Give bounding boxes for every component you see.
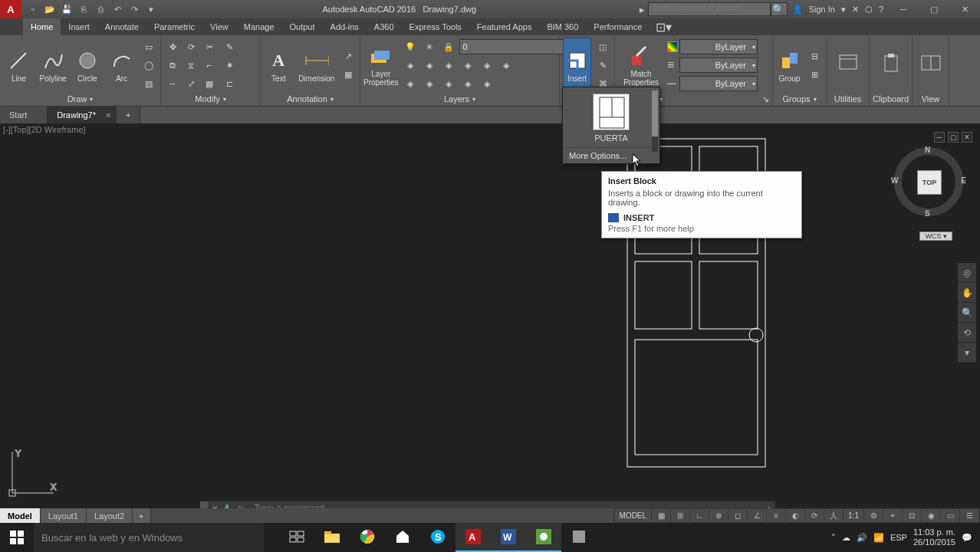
- start-button[interactable]: [0, 523, 34, 552]
- signin-area[interactable]: 👤 Sign In ▾ ✕ ⬡ ?: [788, 5, 888, 15]
- group-edit-icon[interactable]: ⊞: [806, 66, 823, 83]
- tab-insert[interactable]: Insert: [61, 18, 97, 35]
- word-icon[interactable]: W: [491, 523, 526, 552]
- taskbar-search[interactable]: Buscar en la web y en Windows: [34, 523, 264, 552]
- layer-tool-6-icon[interactable]: ◈: [498, 57, 515, 74]
- insert-block-button[interactable]: Insert: [563, 38, 591, 93]
- layer-tool-9-icon[interactable]: ◈: [440, 75, 457, 92]
- tab-bim360[interactable]: BIM 360: [539, 18, 586, 35]
- tray-volume-icon[interactable]: 🔊: [857, 533, 867, 543]
- a360-icon[interactable]: ⬡: [865, 5, 873, 15]
- edit-block-icon[interactable]: ✎: [594, 57, 611, 74]
- viewcube-w[interactable]: W: [891, 176, 898, 185]
- status-scale[interactable]: 1:1: [844, 509, 863, 522]
- lineweight-dropdown[interactable]: ByLayer: [679, 58, 758, 73]
- fillet-icon[interactable]: ⌐: [201, 57, 218, 74]
- layer-properties-button[interactable]: Layer Properties: [363, 38, 399, 93]
- qat-save-icon[interactable]: 💾: [60, 2, 74, 16]
- layer-tool-2-icon[interactable]: ◈: [421, 57, 438, 74]
- infocenter-search[interactable]: [648, 2, 771, 16]
- chevron-down-icon[interactable]: ▾: [331, 96, 334, 103]
- qat-redo-icon[interactable]: ↷: [127, 2, 141, 16]
- tab-express-tools[interactable]: Express Tools: [402, 18, 469, 35]
- status-cycle-icon[interactable]: ⟳: [805, 509, 824, 522]
- nav-orbit-icon[interactable]: ⟲: [958, 323, 976, 343]
- minimize-button[interactable]: ─: [888, 0, 919, 18]
- palette-close-icon[interactable]: ✕: [962, 132, 972, 143]
- qat-dropdown-icon[interactable]: ▾: [144, 2, 158, 16]
- viewcube-top-face[interactable]: TOP: [917, 170, 942, 195]
- status-clean-icon[interactable]: ▭: [941, 509, 959, 522]
- viewcube-s[interactable]: S: [925, 209, 930, 218]
- drawing-viewport[interactable]: [-][Top][2D Wireframe] Y X: [0, 123, 980, 508]
- skype-icon[interactable]: S: [420, 523, 455, 552]
- layer-tool-8-icon[interactable]: ◈: [421, 75, 438, 92]
- chevron-down-icon[interactable]: ▾: [223, 96, 226, 103]
- color-dropdown[interactable]: ByLayer: [679, 39, 758, 54]
- status-grid-icon[interactable]: ▦: [652, 509, 670, 522]
- ellipse-icon[interactable]: ◯: [140, 57, 157, 74]
- copy-icon[interactable]: ⧉: [164, 57, 181, 74]
- close-tab-icon[interactable]: ✕: [105, 111, 111, 120]
- move-icon[interactable]: ✥: [164, 38, 181, 55]
- array-icon[interactable]: ▦: [201, 75, 218, 92]
- status-otrack-icon[interactable]: ∠: [748, 509, 766, 522]
- doc-tab-new[interactable]: +: [117, 107, 140, 123]
- task-view-icon[interactable]: [279, 523, 314, 552]
- exchange-icon[interactable]: ✕: [852, 5, 859, 15]
- rect-icon[interactable]: ▭: [140, 38, 157, 55]
- status-custom-icon[interactable]: ☰: [960, 509, 978, 522]
- polyline-button[interactable]: Polyline: [38, 38, 69, 93]
- app-menu-button[interactable]: A: [0, 0, 21, 18]
- bulb-icon[interactable]: 💡: [402, 38, 419, 55]
- rotate-icon[interactable]: ⟳: [183, 38, 199, 55]
- layer-tool-3-icon[interactable]: ◈: [440, 57, 457, 74]
- layer-tool-5-icon[interactable]: ◈: [478, 57, 495, 74]
- match-properties-button[interactable]: Match Properties: [618, 38, 664, 93]
- tab-annotate[interactable]: Annotate: [97, 18, 146, 35]
- autocad-taskbar-icon[interactable]: A: [455, 523, 491, 552]
- table-icon[interactable]: ▦: [340, 66, 357, 83]
- hatch-icon[interactable]: ▨: [140, 75, 157, 92]
- chevron-down-icon[interactable]: ▾: [472, 96, 475, 103]
- dialog-launcher-icon[interactable]: ↘: [762, 94, 769, 104]
- layer-tool-11-icon[interactable]: ◈: [478, 75, 495, 92]
- tab-extra-icon[interactable]: ⊡▾: [649, 18, 678, 35]
- layer-tool-10-icon[interactable]: ◈: [459, 75, 476, 92]
- ungroup-icon[interactable]: ⊟: [806, 48, 823, 64]
- leader-icon[interactable]: ↗: [340, 48, 357, 64]
- layer-tool-4-icon[interactable]: ◈: [459, 57, 476, 74]
- tray-notifications-icon[interactable]: 💬: [962, 533, 972, 543]
- chrome-icon[interactable]: [350, 523, 385, 552]
- qat-new-icon[interactable]: ▫: [26, 2, 40, 16]
- panel-view[interactable]: View: [913, 35, 949, 106]
- qat-plot-icon[interactable]: ⎙: [94, 2, 107, 16]
- qat-undo-icon[interactable]: ↶: [110, 2, 124, 16]
- tray-onedrive-icon[interactable]: ☁: [842, 533, 850, 543]
- status-plus-icon[interactable]: +: [883, 509, 902, 522]
- linetype-dropdown[interactable]: ByLayer: [679, 76, 758, 91]
- store-icon[interactable]: [385, 523, 420, 552]
- wcs-dropdown[interactable]: WCS ▾: [919, 232, 952, 241]
- tab-view[interactable]: View: [202, 18, 236, 35]
- circle-button[interactable]: Circle: [72, 38, 104, 93]
- line-button[interactable]: Line: [3, 38, 35, 93]
- tab-a360[interactable]: A360: [367, 18, 402, 35]
- status-anno-icon[interactable]: 人: [824, 509, 843, 522]
- tab-parametric[interactable]: Parametric: [146, 18, 202, 35]
- tab-performance[interactable]: Performance: [586, 18, 649, 35]
- stretch-icon[interactable]: ↔: [164, 75, 181, 92]
- tab-manage[interactable]: Manage: [236, 18, 282, 35]
- tab-addins[interactable]: Add-ins: [323, 18, 367, 35]
- doc-tab-active[interactable]: Drawing7*✕: [48, 107, 117, 123]
- trim-icon[interactable]: ✂: [201, 38, 218, 55]
- mirror-icon[interactable]: ⧖: [183, 57, 199, 74]
- create-block-icon[interactable]: ◫: [594, 38, 611, 55]
- more-options-button[interactable]: More Options...: [563, 147, 659, 163]
- viewcube[interactable]: TOP N S W E: [894, 147, 963, 216]
- help-icon[interactable]: ?: [879, 5, 883, 14]
- status-polar-icon[interactable]: ⊕: [709, 509, 728, 522]
- search-button-icon[interactable]: 🔍: [771, 2, 788, 16]
- chevron-down-icon[interactable]: ▾: [90, 96, 93, 103]
- status-ortho-icon[interactable]: ∟: [690, 509, 709, 522]
